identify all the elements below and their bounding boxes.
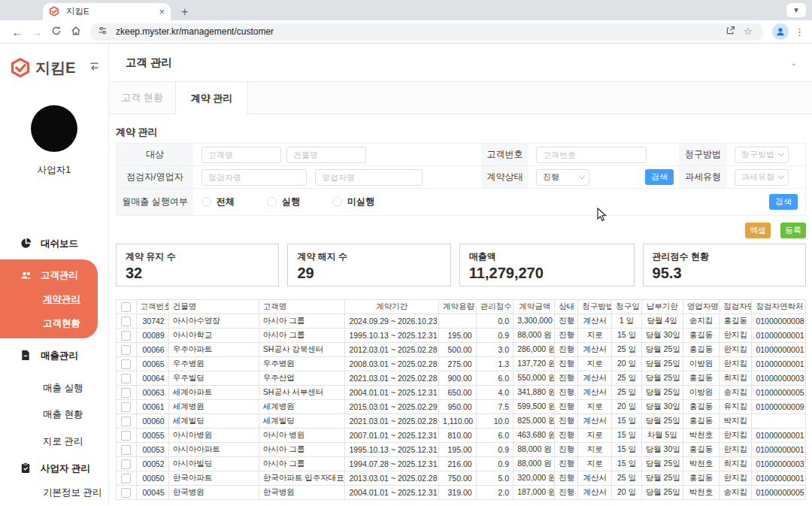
avatar[interactable] [31, 105, 77, 152]
chevron-down-icon [778, 150, 784, 156]
summary-cards: 계약 유지 수 32 계약 해지 수 29 매출액 11,279,270 관리점… [116, 244, 806, 286]
table-cell: 01000000005 [752, 386, 806, 400]
table-cell: 341,880 원 [514, 386, 555, 400]
sidebar-item-basic-info[interactable]: 기본정보 관리 [0, 484, 108, 501]
new-tab-icon[interactable]: + [181, 6, 188, 18]
back-icon[interactable]: ← [8, 26, 27, 38]
select-all-checkbox[interactable] [121, 302, 131, 312]
table-cell: 이방원 [683, 386, 720, 400]
page-header: 고객 관리 ⌄ [109, 44, 812, 82]
building-name-input[interactable] [286, 147, 366, 163]
table-cell: 아시아빌딩 [168, 457, 259, 471]
table-cell: 당월 25일 [641, 357, 683, 371]
tabstrip-chevron-icon[interactable]: ▼ [786, 3, 806, 17]
table-row: 00052아시아빌딩아시아 그룹1994.07.28 ~ 2025.12.312… [117, 457, 806, 471]
table-cell: 아시아 병원 [259, 429, 345, 443]
tax-type-select[interactable]: 과세유형 [735, 169, 789, 186]
billing-method-select[interactable]: 청구방법 [735, 147, 789, 163]
table-cell: 00055 [136, 429, 168, 443]
excel-button[interactable]: 엑셀 [745, 223, 771, 238]
radio-circle[interactable] [332, 197, 342, 207]
table-cell: 01000000001 [752, 471, 806, 486]
billing-method-label: 청구방법 [679, 144, 727, 166]
table-cell: 00063 [136, 386, 168, 400]
actions-row: 엑셀 등록 [116, 223, 806, 238]
radio-circle[interactable] [201, 197, 211, 207]
table-cell: 한지킴 [720, 329, 752, 343]
radio-circle[interactable] [267, 197, 277, 207]
row-checkbox-cell [117, 329, 137, 343]
tab-close-icon[interactable]: × [159, 7, 165, 17]
header-chevron-icon[interactable]: ⌄ [791, 59, 797, 67]
table-cell: 25 일 [612, 386, 641, 400]
row-checkbox[interactable] [121, 474, 131, 483]
row-checkbox[interactable] [121, 359, 131, 369]
table-cell: 아시아병원 [168, 429, 259, 443]
open-in-new-icon[interactable] [726, 26, 738, 38]
table-cell: 2024.09.29 ~ 2026.10.23 [345, 314, 439, 329]
table-cell: 아시아 그룹 [259, 443, 345, 457]
tab-contract-mgmt[interactable]: 계약 관리 [175, 82, 248, 114]
row-checkbox[interactable] [121, 417, 131, 426]
search-button-main[interactable]: 검색 [769, 194, 798, 209]
row-checkbox[interactable] [121, 331, 131, 341]
sidebar-item-customer-status[interactable]: 고객현황 [0, 315, 98, 332]
row-checkbox[interactable] [121, 402, 131, 412]
sidebar-collapse-icon[interactable] [88, 60, 101, 76]
row-checkbox[interactable] [121, 431, 131, 441]
url-bar[interactable]: zkeep.myster.kr/management/customer ☆ [90, 23, 763, 41]
row-checkbox[interactable] [121, 345, 131, 355]
customer-no-input[interactable] [536, 147, 647, 163]
contract-state-select[interactable]: 진행 [536, 169, 589, 186]
radio-exec[interactable]: 실행 [267, 195, 300, 208]
search-button-inline[interactable]: 검색 [645, 169, 674, 184]
table-cell: 15 일 [612, 429, 641, 443]
table-cell: 00050 [136, 471, 168, 486]
sidebar-item-business-mgmt[interactable]: 사업자 관리 [0, 460, 108, 477]
target-fields [193, 144, 481, 166]
row-checkbox[interactable] [121, 317, 131, 326]
forward-icon[interactable]: → [27, 26, 47, 38]
row-checkbox[interactable] [121, 374, 131, 383]
table-cell: 00064 [136, 371, 168, 386]
radio-all[interactable]: 전체 [201, 195, 235, 208]
table-cell: 25 일 [612, 371, 641, 386]
url-text[interactable]: zkeep.myster.kr/management/customer [116, 26, 720, 37]
browser-profile-avatar[interactable] [772, 23, 789, 40]
bookmark-star-icon[interactable]: ☆ [744, 26, 756, 38]
customer-name-input[interactable] [201, 147, 281, 163]
sidebar-item-sales-mgmt[interactable]: 매출관리 [0, 347, 108, 364]
table-cell: 5.0 [476, 471, 514, 486]
sidebar-item-sales-exec[interactable]: 매출 실행 [0, 380, 108, 396]
radio-not-exec[interactable]: 미실행 [332, 195, 374, 208]
sidebar-item-giro-mgmt[interactable]: 지로 관리 [0, 433, 108, 450]
table-cell: 당월 25일 [641, 457, 683, 471]
sidebar-item-sales-status[interactable]: 매출 현황 [0, 406, 108, 423]
table-row: 00063세계아파트SH공사 서부센터2004.01.01 ~ 2025.12.… [117, 386, 806, 400]
browser-tab[interactable]: 지킴E × [43, 3, 171, 20]
row-checkbox-cell [117, 357, 137, 371]
row-checkbox[interactable] [121, 459, 131, 469]
row-checkbox[interactable] [121, 488, 131, 498]
home-icon[interactable] [66, 26, 86, 38]
salesperson-name-input[interactable] [315, 169, 423, 186]
row-checkbox[interactable] [121, 445, 131, 455]
site-settings-icon[interactable] [98, 26, 110, 38]
table-cell: 당월 25일 [641, 471, 683, 486]
sidebar-item-customer-mgmt[interactable]: 고객관리 [0, 267, 98, 283]
register-button[interactable]: 등록 [780, 223, 806, 238]
table-cell: 홍길동 [683, 343, 720, 357]
table-row: 00045한국병원한국병원2004.01.01 ~ 2025.12.31319.… [117, 486, 806, 500]
tab-customer-status[interactable]: 고객 현황 [109, 82, 175, 114]
table-cell: 6.0 [476, 429, 514, 443]
row-checkbox[interactable] [121, 388, 131, 398]
reload-icon[interactable] [47, 26, 66, 38]
sidebar-item-contract-mgmt[interactable]: 계약관리 [0, 291, 98, 308]
inspector-name-input[interactable] [201, 169, 307, 186]
table-cell: 2004.01.01 ~ 2025.12.31 [345, 486, 439, 500]
table-cell: 세계아파트 [168, 386, 259, 400]
table-row: 00053아시아아파트아시아 그룹1995.10.13 ~ 2025.12.31… [117, 443, 806, 457]
table-cell: 2021.03.01 ~ 2025.02.28 [345, 371, 439, 386]
browser-menu-icon[interactable]: ⋮ [795, 26, 804, 38]
sidebar-item-dashboard[interactable]: 대쉬보드 [0, 235, 108, 252]
